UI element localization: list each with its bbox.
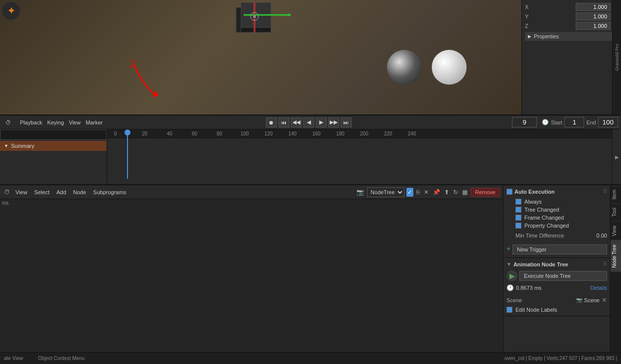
jump-end-btn[interactable]: ⏭ bbox=[341, 118, 352, 127]
timeline-left-icons: ⏱ bbox=[3, 119, 13, 126]
timeline-numbers: 0 9 20 40 60 80 100 120 140 160 180 200 … bbox=[107, 129, 612, 139]
play-btn[interactable]: ▶ bbox=[316, 118, 327, 127]
clock-icon: 🕐 bbox=[542, 119, 549, 125]
tab-node-tree[interactable]: Node Tree bbox=[611, 240, 621, 272]
timing-value: 0.8673 ms bbox=[516, 285, 541, 291]
node-mode-btn[interactable]: ⏱ bbox=[3, 188, 11, 197]
tick-160: 160 bbox=[312, 131, 321, 136]
new-trigger-row: + New Trigger bbox=[506, 243, 607, 254]
timeline-area: Summary 0 9 20 40 60 80 100 120 140 160 … bbox=[0, 129, 621, 184]
select-menu-node[interactable]: Select bbox=[32, 188, 52, 196]
view-menu-node[interactable]: View bbox=[13, 188, 30, 196]
new-trigger-button[interactable]: New Trigger bbox=[512, 244, 607, 254]
playhead bbox=[127, 129, 128, 179]
ant-arrow: ▼ bbox=[506, 261, 511, 267]
y-value[interactable]: 1.000 bbox=[576, 12, 611, 20]
object-gizmo-svg bbox=[211, 2, 291, 52]
view-menu-timeline[interactable]: View bbox=[66, 119, 83, 126]
timeline-mode-btn[interactable]: ⏱ bbox=[3, 119, 13, 126]
edit-labels-checkbox[interactable] bbox=[506, 307, 512, 313]
properties-section-header[interactable]: Properties bbox=[525, 32, 618, 41]
node-up-btn[interactable]: ⬆ bbox=[443, 188, 450, 197]
x-value[interactable]: 1.000 bbox=[576, 3, 611, 11]
keying-menu[interactable]: Keying bbox=[45, 119, 67, 126]
remove-button[interactable]: Remove bbox=[471, 188, 500, 197]
sphere-white bbox=[432, 50, 467, 85]
node-section: ⏱ View Select Add Node Subprograms 📷 Nod… bbox=[0, 184, 621, 352]
node-canvas[interactable]: ms bbox=[0, 199, 503, 352]
node-refresh-btn[interactable]: ↻ bbox=[452, 188, 459, 197]
graswald-tab[interactable]: Graswald Pro bbox=[612, 0, 621, 115]
tree-changed-label: Tree Changed bbox=[524, 207, 559, 213]
nodetree-copy-btn[interactable]: ⎘ bbox=[415, 188, 421, 197]
start-frame-input[interactable] bbox=[564, 117, 584, 127]
subprograms-menu[interactable]: Subprograms bbox=[91, 188, 128, 196]
tab-item[interactable]: Item bbox=[611, 185, 621, 203]
details-button[interactable]: Details bbox=[590, 285, 607, 291]
scene-value-group: 📷 Scene ✕ bbox=[576, 296, 607, 304]
timeline-sidebar: Summary bbox=[0, 129, 107, 184]
property-changed-checkbox[interactable] bbox=[515, 223, 521, 229]
new-trigger-plus-icon[interactable]: + bbox=[506, 244, 510, 252]
tree-changed-item: Tree Changed bbox=[515, 206, 607, 214]
timeline-ruler[interactable]: 0 9 20 40 60 80 100 120 140 160 180 200 … bbox=[107, 129, 612, 184]
status-bar: ate View Object Context Menu oven_col | … bbox=[0, 352, 621, 364]
tab-tool[interactable]: Tool bbox=[611, 203, 621, 221]
tick-80: 80 bbox=[217, 131, 222, 136]
scene-close-btn[interactable]: ✕ bbox=[602, 296, 607, 304]
step-back-btn[interactable]: ◀◀ bbox=[291, 118, 302, 127]
marker-menu[interactable]: Marker bbox=[83, 119, 105, 126]
frame-number-input[interactable] bbox=[512, 117, 537, 127]
blender-logo-icon: ✦ bbox=[2, 2, 20, 20]
y-label: Y bbox=[525, 13, 528, 19]
play-back-btn[interactable]: ◀ bbox=[303, 118, 314, 127]
auto-execution-header: Auto Execution ⠿ bbox=[506, 188, 607, 195]
edit-labels-row: Edit Node Labels bbox=[506, 307, 607, 313]
node-header: ⏱ View Select Add Node Subprograms 📷 Nod… bbox=[0, 185, 503, 199]
vertical-tabs: Item Tool View Node Tree bbox=[610, 185, 621, 352]
timeline-section: ⏱ Playback Keying View Marker ⏺ ⏮ ◀◀ ◀ ▶… bbox=[0, 115, 621, 184]
ant-title-group: ▼ Animation Node Tree bbox=[506, 261, 568, 267]
graswald-label: Graswald Pro bbox=[615, 44, 620, 71]
svg-marker-5 bbox=[288, 13, 291, 16]
tick-120: 120 bbox=[264, 131, 273, 136]
nodetree-check-btn[interactable]: ✓ bbox=[406, 188, 413, 197]
svg-text:2: 2 bbox=[129, 60, 135, 70]
nodetree-close-btn[interactable]: ✕ bbox=[423, 188, 430, 197]
track-area[interactable] bbox=[107, 139, 612, 184]
z-value[interactable]: 1.000 bbox=[576, 22, 611, 30]
scene-label: Scene bbox=[506, 297, 522, 303]
step-fwd-btn[interactable]: ▶▶ bbox=[328, 118, 339, 127]
auto-execution-checkbox[interactable] bbox=[506, 189, 512, 195]
timeline-scroll-right[interactable]: ▶ bbox=[612, 129, 621, 184]
jump-start-btn[interactable]: ⏮ bbox=[278, 118, 289, 127]
node-layout-btn[interactable]: ▦ bbox=[461, 188, 469, 197]
nodetree-selector[interactable]: NodeTree bbox=[367, 187, 404, 197]
tick-40: 40 bbox=[167, 131, 172, 136]
min-time-diff-row: Min Time Difference 0.00 bbox=[515, 232, 607, 240]
always-checkbox[interactable] bbox=[515, 199, 521, 205]
timeline-controls: ⏺ ⏮ ◀◀ ◀ ▶ ▶▶ ⏭ bbox=[266, 118, 352, 127]
add-menu-node[interactable]: Add bbox=[54, 188, 69, 196]
node-main: ⏱ View Select Add Node Subprograms 📷 Nod… bbox=[0, 185, 503, 352]
auto-execution-drag: ⠿ bbox=[603, 188, 607, 195]
ant-label: Animation Node Tree bbox=[513, 261, 568, 267]
execute-play-btn[interactable]: ▶ bbox=[506, 270, 517, 281]
record-btn[interactable]: ⏺ bbox=[266, 118, 277, 127]
scene-row: Scene 📷 Scene ✕ bbox=[506, 295, 607, 305]
node-camera-icon[interactable]: 📷 bbox=[356, 188, 365, 197]
viewport[interactable]: ✦ bbox=[0, 0, 521, 115]
tab-view[interactable]: View bbox=[611, 221, 621, 241]
tick-20: 20 bbox=[142, 131, 147, 136]
frame-changed-checkbox[interactable] bbox=[515, 215, 521, 221]
playback-menu[interactable]: Playback bbox=[17, 119, 45, 126]
auto-execution-label: Auto Execution bbox=[514, 189, 555, 195]
timeline-search-input[interactable] bbox=[0, 129, 107, 140]
arrow-svg: 2 bbox=[124, 60, 174, 100]
node-menu[interactable]: Node bbox=[71, 188, 89, 196]
nodetree-pin-btn[interactable]: 📌 bbox=[432, 188, 441, 197]
tree-changed-checkbox[interactable] bbox=[515, 207, 521, 213]
end-frame-input[interactable] bbox=[598, 117, 618, 127]
execute-button[interactable]: Execute Node Tree bbox=[519, 271, 607, 281]
top-section: ✦ bbox=[0, 0, 621, 115]
